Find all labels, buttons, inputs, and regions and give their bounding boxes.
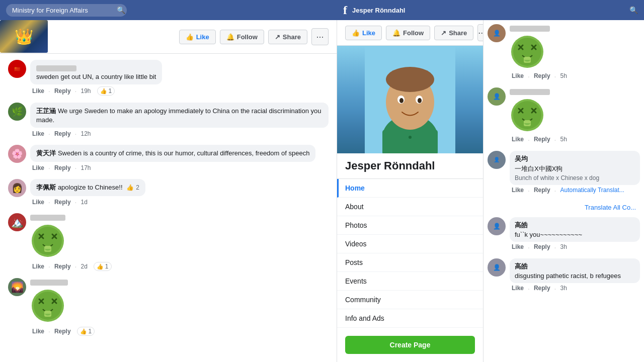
like-action[interactable]: Like: [32, 328, 44, 335]
nav-item-photos[interactable]: Photos: [337, 216, 483, 235]
reply-action[interactable]: Reply: [54, 130, 71, 137]
bell-icon-right: 🔔: [392, 29, 400, 37]
like-action[interactable]: Like: [512, 187, 524, 195]
comment-item: 👩 李佩斯 apologize to Chinese!! 👍 2 Like ·: [8, 179, 329, 206]
nav-item-info-ads[interactable]: Info and Ads: [337, 309, 483, 328]
like-count-icon: 👍: [80, 328, 87, 335]
comment-text: Sweden is a country of crime, this is ou…: [58, 149, 310, 157]
like-count-icon: 👍: [100, 88, 107, 95]
like-action[interactable]: Like: [512, 285, 524, 293]
like-action[interactable]: Like: [32, 263, 44, 270]
avatar: 🏔️: [8, 213, 26, 231]
blurred-name: [30, 215, 65, 221]
svg-point-22: [418, 98, 422, 103]
comment-actions: Like · Reply 👍 1: [30, 327, 329, 336]
like-action[interactable]: Like: [512, 136, 524, 144]
rc-name: 高皓: [515, 221, 528, 229]
rc-content: 高皓 fu``k you~~~~~~~~~~~ Like · Reply · 3…: [510, 217, 640, 251]
reply-action[interactable]: Reply: [534, 243, 550, 251]
auto-translate[interactable]: Automatically Translat...: [560, 187, 624, 195]
china-flag-icon: 🇨🇳: [14, 66, 20, 72]
rc-actions: Like · Reply · 3h: [510, 243, 640, 251]
like-action[interactable]: Like: [32, 130, 44, 137]
rc-time: 3h: [560, 243, 567, 251]
right-search-icon[interactable]: 🔍: [629, 6, 638, 14]
nav-item-videos[interactable]: Videos: [337, 235, 483, 253]
right-follow-button[interactable]: 🔔 Follow: [386, 26, 430, 40]
nav-item-home[interactable]: Home: [337, 179, 483, 198]
like-count-value: 1: [109, 87, 112, 95]
left-search-input[interactable]: [6, 4, 127, 17]
share-icon-left: ↗: [275, 33, 280, 41]
reply-action[interactable]: Reply: [534, 72, 550, 80]
like-action[interactable]: Like: [512, 243, 524, 251]
rc-text: 一堆白X中國X狗: [515, 164, 635, 173]
right-more-options[interactable]: ···: [477, 24, 483, 41]
nav-item-community[interactable]: Community: [337, 291, 483, 309]
share-icon-right: ↗: [441, 29, 446, 37]
translate-all-button[interactable]: Translate All Co...: [488, 202, 640, 213]
user-icon: 👤: [493, 93, 501, 100]
comment-actions: Like · Reply · 19h 👍 1: [30, 86, 329, 96]
rc-content: 吴均 一堆白X中國X狗 Bunch of white x Chinese x d…: [510, 151, 640, 195]
create-page-button[interactable]: Create Page: [345, 336, 475, 354]
thumbs-up-icon: 👍: [352, 29, 360, 37]
reply-action[interactable]: Reply: [54, 263, 71, 270]
follow-button-left[interactable]: 🔔 Follow: [220, 30, 264, 44]
comment-actions: Like · Reply · 2d 👍 1: [30, 262, 329, 271]
sticker-image: [30, 223, 65, 258]
user-avatar-icon: 👤: [493, 264, 501, 271]
like-count: 👍 1: [97, 86, 115, 96]
comment-actions: Like · Reply · 17h: [30, 164, 329, 172]
nav-item-events[interactable]: Events: [337, 272, 483, 291]
right-like-button[interactable]: 👍 Like: [345, 26, 382, 40]
like-count: 👍 1: [94, 262, 112, 271]
like-label: Like: [196, 33, 209, 41]
right-share-button[interactable]: ↗ Share: [434, 26, 473, 40]
comment-bubble: 王芷涵 We urge Sweden to make an apology im…: [30, 103, 329, 128]
rc-name: 高皓: [515, 262, 528, 270]
reply-action[interactable]: Reply: [534, 187, 550, 195]
reply-action[interactable]: Reply: [54, 164, 71, 171]
comment-name: 黄天洋: [36, 149, 56, 157]
like-count-icon: 👍: [97, 263, 104, 270]
avatar: 👩: [8, 179, 26, 197]
sticker-image: [510, 34, 545, 69]
profile-name: Jesper Rönndahl: [337, 153, 483, 174]
nav-item-posts[interactable]: Posts: [337, 253, 483, 272]
reply-action[interactable]: Reply: [54, 199, 71, 206]
share-button-left[interactable]: ↗ Share: [268, 30, 307, 44]
rc-avatar: 👤: [488, 217, 506, 235]
comment-time: 17h: [80, 164, 91, 171]
thumbs-up-icon: 👍: [186, 33, 194, 41]
svg-point-21: [399, 98, 404, 103]
like-count: 👍 1: [77, 327, 95, 336]
like-action[interactable]: Like: [32, 164, 44, 171]
comment-time: 19h: [80, 87, 91, 95]
more-options-left[interactable]: ···: [311, 28, 329, 45]
comment-body: sweden get out UN, a country like little…: [30, 60, 329, 96]
reply-action[interactable]: Reply: [54, 87, 71, 95]
rc-time: 5h: [560, 72, 567, 80]
user-icon: 👤: [493, 30, 501, 37]
like-action[interactable]: Like: [32, 87, 44, 95]
comment-bubble: sweden get out UN, a country like little…: [30, 60, 162, 84]
nav-item-about[interactable]: About: [337, 198, 483, 216]
rc-actions: Like · Reply · 3h: [510, 285, 640, 293]
sticker-image: [30, 288, 65, 323]
like-button[interactable]: 👍 Like: [179, 30, 216, 44]
right-share-label: Share: [449, 29, 467, 37]
comment-item: 🏔️: [8, 213, 329, 271]
like-reaction-count: 2: [136, 184, 139, 191]
rc-content: Like · Reply · 5h: [510, 87, 640, 144]
left-search-icon[interactable]: 🔍: [117, 6, 125, 14]
comment-name: 李佩斯: [36, 184, 56, 191]
like-action[interactable]: Like: [32, 199, 44, 206]
reply-action[interactable]: Reply: [54, 328, 71, 335]
reply-action[interactable]: Reply: [534, 285, 550, 293]
avatar: 🇨🇳: [8, 60, 26, 78]
reply-action[interactable]: Reply: [534, 136, 550, 144]
like-action[interactable]: Like: [512, 72, 524, 80]
rc-content: 高皓 disgusting pathetic racist, b refugee…: [510, 258, 640, 293]
comment-text: apologize to Chinese!!: [58, 184, 123, 191]
